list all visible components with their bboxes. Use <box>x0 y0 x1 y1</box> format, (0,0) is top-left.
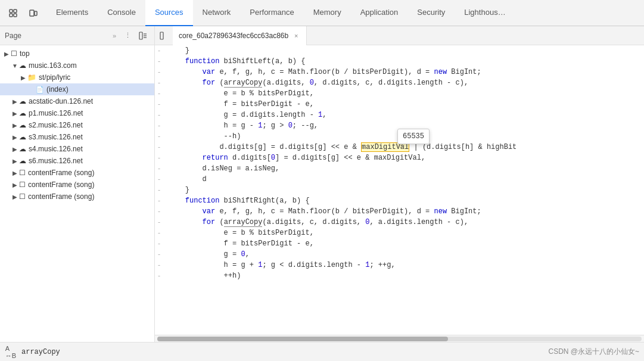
svg-rect-2 <box>10 14 13 17</box>
svg-rect-1 <box>14 10 17 13</box>
tree-arrow-s4music[interactable]: ▶ <box>11 146 19 153</box>
code-line-16: var e, f, g, h, c = Math.floor(b / bitsP… <box>168 206 644 217</box>
tab-performance[interactable]: Performance <box>240 0 303 26</box>
tree-item-s3music[interactable]: ▶ ☁ s3.music.126.net <box>0 131 154 143</box>
search-input[interactable] <box>21 347 543 357</box>
sidebar-collapse-btn[interactable] <box>136 29 150 42</box>
main-area: Page » ⋮ ▶ ☐ top <box>0 26 644 342</box>
tree-label-top: top <box>20 49 30 58</box>
tab-application[interactable]: Application <box>351 0 408 26</box>
code-line-6: f = bitsPerDigit - e, <box>168 99 644 110</box>
tree-arrow-cf1[interactable]: ▶ <box>11 170 19 176</box>
code-line-15: function biShiftRight(a, b) { <box>168 195 644 206</box>
close-tab-btn[interactable]: × <box>292 32 300 40</box>
tree-arrow-cf3[interactable]: ▶ <box>11 194 19 200</box>
tree-label-cf1: contentFrame (song) <box>28 169 94 177</box>
sidebar: Page » ⋮ ▶ ☐ top <box>0 26 155 342</box>
file-icon-index: 📄 <box>36 86 44 94</box>
code-line-22: ++h) <box>168 270 644 281</box>
folder-icon-stpipjyric: 📁 <box>27 73 36 82</box>
sidebar-header: Page » ⋮ <box>0 26 154 45</box>
svg-rect-10 <box>160 32 163 39</box>
tree-arrow-music163[interactable]: ▼ <box>11 63 19 69</box>
tree-arrow-s3music[interactable]: ▶ <box>11 134 19 141</box>
tree-item-stpipjyric[interactable]: ▶ 📁 st/pip/lyric <box>0 71 154 83</box>
sidebar-menu-btn[interactable]: ⋮ <box>121 29 134 42</box>
tab-memory[interactable]: Memory <box>304 0 351 26</box>
tree-arrow-stpipjyric[interactable]: ▶ <box>19 74 27 81</box>
sidebar-expand-icon[interactable]: » <box>113 32 116 39</box>
sidebar-tree: ▶ ☐ top ▼ ☁ music.163.com ▶ 📁 st/pip/lyr… <box>0 45 154 342</box>
tree-item-cf3[interactable]: ▶ ☐ contentFrame (song) <box>0 191 154 203</box>
tab-console[interactable]: Console <box>98 0 145 26</box>
folder-icon-top: ☐ <box>11 49 17 58</box>
horizontal-scrollbar-thumb[interactable] <box>157 337 448 341</box>
code-tab-filename: core_60a27896343fec6cc63ac86b <box>179 32 288 40</box>
svg-rect-3 <box>14 14 17 17</box>
tree-item-top[interactable]: ▶ ☐ top <box>0 48 154 60</box>
tree-item-acstatic[interactable]: ▶ ☁ acstatic-dun.126.net <box>0 95 154 107</box>
code-lines: } function biShiftLeft(a, b) { var e, f,… <box>163 45 644 281</box>
bottom-bar: A↔B CSDN @永远十八的小仙女~ <box>0 342 644 361</box>
device-icon[interactable] <box>25 5 42 21</box>
code-line-14: } <box>168 185 644 195</box>
tree-item-s4music[interactable]: ▶ ☁ s4.music.126.net <box>0 143 154 155</box>
tree-arrow-p1music[interactable]: ▶ <box>11 110 19 117</box>
sidebar-toggle-btn[interactable] <box>157 29 170 42</box>
cursor-icon[interactable] <box>5 5 21 21</box>
tree-item-cf1[interactable]: ▶ ☐ contentFrame (song) <box>0 167 154 179</box>
tab-network[interactable]: Network <box>193 0 241 26</box>
frame-icon-cf2: ☐ <box>19 181 26 189</box>
tree-label-s6music: s6.music.126.net <box>29 157 83 165</box>
line-minus-col: - - - - - - - - - - - - - - - - - <box>155 45 163 281</box>
code-content: - - - - - - - - - - - - - - - - - <box>155 45 644 281</box>
code-header: core_60a27896343fec6cc63ac86b × <box>155 26 644 45</box>
devtools-toolbar: Elements Console Sources Network Perform… <box>0 0 644 26</box>
code-line-3: var e, f, g, h, c = Math.floor(b / bitsP… <box>168 67 644 77</box>
code-line-11: return d.digits[0] = d.digits[g] << e & … <box>168 153 644 163</box>
code-panel: core_60a27896343fec6cc63ac86b × - - - - … <box>155 26 644 342</box>
cloud-icon-s6music: ☁ <box>19 157 26 165</box>
tree-item-s6music[interactable]: ▶ ☁ s6.music.126.net <box>0 155 154 167</box>
tree-arrow-acstatic[interactable]: ▶ <box>11 98 19 105</box>
tab-elements[interactable]: Elements <box>46 0 98 26</box>
tab-security[interactable]: Security <box>407 0 455 26</box>
code-line-7: g = d.digits.length - 1, <box>168 110 644 120</box>
cloud-icon-s2music: ☁ <box>19 121 26 129</box>
code-line-2: function biShiftLeft(a, b) { <box>168 56 644 67</box>
code-body[interactable]: - - - - - - - - - - - - - - - - - <box>155 45 644 342</box>
cloud-icon-p1music: ☁ <box>19 109 26 117</box>
ab-icon: A↔B <box>5 346 17 358</box>
toolbar-icons <box>5 5 42 21</box>
code-line-21: h = g + 1; g < d.digits.length - 1; ++g, <box>168 260 644 270</box>
horizontal-scrollbar[interactable] <box>157 337 642 341</box>
tab-list: Elements Console Sources Network Perform… <box>46 0 639 26</box>
code-line-17: for (arrayCopy(a.digits, c, d.digits, 0,… <box>168 217 644 228</box>
tree-label-s4music: s4.music.126.net <box>29 145 83 153</box>
tree-arrow-s6music[interactable]: ▶ <box>11 158 19 164</box>
tree-item-p1music[interactable]: ▶ ☁ p1.music.126.net <box>0 107 154 119</box>
code-line-19: f = bitsPerDigit - e, <box>168 238 644 249</box>
code-tab-file[interactable]: core_60a27896343fec6cc63ac86b × <box>173 26 307 45</box>
tree-label-cf2: contentFrame (song) <box>28 181 94 189</box>
tree-arrow-top[interactable]: ▶ <box>2 51 11 57</box>
code-line-10: d.digits[g] = d.digits[g] << e & maxDigi… <box>168 142 644 153</box>
tab-lighthouse[interactable]: Lighthous… <box>455 0 515 26</box>
code-line-13: d <box>168 174 644 185</box>
tree-item-index[interactable]: 📄 (index) <box>0 83 154 95</box>
svg-rect-6 <box>139 32 142 39</box>
tree-arrow-s2music[interactable]: ▶ <box>11 122 19 129</box>
tree-label-s3music: s3.music.126.net <box>29 133 83 141</box>
tab-sources[interactable]: Sources <box>145 0 193 26</box>
horizontal-scrollbar-area <box>155 335 644 342</box>
code-line-1: } <box>168 45 644 56</box>
tree-item-s2music[interactable]: ▶ ☁ s2.music.126.net <box>0 119 154 131</box>
tree-arrow-cf2[interactable]: ▶ <box>11 182 19 188</box>
sidebar-page-label: Page <box>5 32 110 40</box>
tree-item-music163[interactable]: ▼ ☁ music.163.com <box>0 60 154 71</box>
tree-item-cf2[interactable]: ▶ ☐ contentFrame (song) <box>0 179 154 191</box>
svg-rect-5 <box>35 11 37 15</box>
cloud-icon-s4music: ☁ <box>19 145 26 153</box>
tree-label-s2music: s2.music.126.net <box>29 121 83 129</box>
tree-label-index: (index) <box>46 85 69 94</box>
